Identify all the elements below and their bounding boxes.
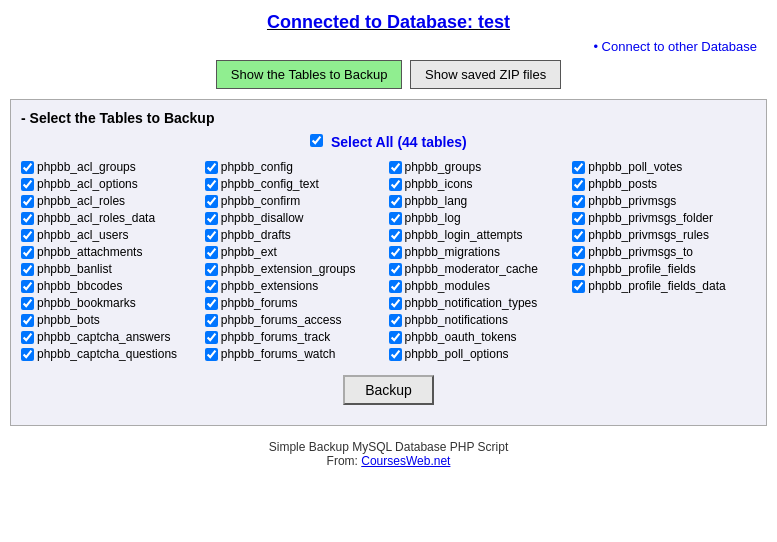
- table-item: phpbb_extensions: [205, 279, 389, 293]
- table-checkbox[interactable]: [389, 195, 402, 208]
- table-item: phpbb_profile_fields_data: [572, 279, 756, 293]
- table-checkbox[interactable]: [205, 348, 218, 361]
- table-label: phpbb_drafts: [221, 228, 291, 242]
- page-header: Connected to Database: test: [0, 0, 777, 39]
- table-checkbox[interactable]: [205, 161, 218, 174]
- table-item: phpbb_bbcodes: [21, 279, 205, 293]
- table-item: phpbb_moderator_cache: [389, 262, 573, 276]
- table-checkbox[interactable]: [205, 263, 218, 276]
- table-item: [572, 347, 756, 361]
- table-checkbox[interactable]: [389, 331, 402, 344]
- select-all-link[interactable]: Select All (44 tables): [331, 134, 467, 150]
- table-checkbox[interactable]: [21, 331, 34, 344]
- backup-button[interactable]: Backup: [343, 375, 434, 405]
- table-item: phpbb_poll_votes: [572, 160, 756, 174]
- tables-section: - Select the Tables to Backup Select All…: [10, 99, 767, 426]
- table-item: phpbb_posts: [572, 177, 756, 191]
- table-label: phpbb_profile_fields_data: [588, 279, 725, 293]
- table-checkbox[interactable]: [205, 314, 218, 327]
- table-checkbox[interactable]: [572, 246, 585, 259]
- table-item: phpbb_captcha_questions: [21, 347, 205, 361]
- footer: Simple Backup MySQL Database PHP Script …: [0, 440, 777, 468]
- table-checkbox[interactable]: [389, 246, 402, 259]
- table-item: phpbb_forums: [205, 296, 389, 310]
- table-item: phpbb_bots: [21, 313, 205, 327]
- table-label: phpbb_privmsgs_rules: [588, 228, 709, 242]
- select-all-checkbox[interactable]: [310, 134, 323, 147]
- table-item: [572, 296, 756, 310]
- table-label: phpbb_migrations: [405, 245, 500, 259]
- tables-grid: phpbb_acl_groupsphpbb_configphpbb_groups…: [21, 160, 756, 361]
- table-checkbox[interactable]: [205, 212, 218, 225]
- table-item: phpbb_acl_roles: [21, 194, 205, 208]
- table-checkbox[interactable]: [205, 246, 218, 259]
- backup-row: Backup: [21, 375, 756, 405]
- table-checkbox[interactable]: [389, 348, 402, 361]
- table-label: phpbb_extensions: [221, 279, 318, 293]
- table-checkbox[interactable]: [572, 161, 585, 174]
- table-label: phpbb_bots: [37, 313, 100, 327]
- table-checkbox[interactable]: [205, 297, 218, 310]
- table-checkbox[interactable]: [572, 178, 585, 191]
- table-checkbox[interactable]: [21, 195, 34, 208]
- table-checkbox[interactable]: [389, 212, 402, 225]
- table-item: phpbb_poll_options: [389, 347, 573, 361]
- table-checkbox[interactable]: [572, 263, 585, 276]
- table-checkbox[interactable]: [389, 161, 402, 174]
- table-label: phpbb_captcha_questions: [37, 347, 177, 361]
- table-checkbox[interactable]: [572, 229, 585, 242]
- table-item: phpbb_privmsgs: [572, 194, 756, 208]
- table-item: phpbb_confirm: [205, 194, 389, 208]
- table-item: phpbb_groups: [389, 160, 573, 174]
- show-tables-button[interactable]: Show the Tables to Backup: [216, 60, 403, 89]
- table-checkbox[interactable]: [205, 331, 218, 344]
- table-checkbox[interactable]: [21, 280, 34, 293]
- table-checkbox[interactable]: [21, 212, 34, 225]
- table-label: phpbb_confirm: [221, 194, 300, 208]
- table-item: phpbb_config: [205, 160, 389, 174]
- table-checkbox[interactable]: [572, 212, 585, 225]
- table-checkbox[interactable]: [389, 229, 402, 242]
- table-checkbox[interactable]: [21, 178, 34, 191]
- table-checkbox[interactable]: [205, 178, 218, 191]
- table-label: phpbb_captcha_answers: [37, 330, 170, 344]
- table-label: phpbb_privmsgs_folder: [588, 211, 713, 225]
- table-checkbox[interactable]: [21, 314, 34, 327]
- table-checkbox[interactable]: [205, 195, 218, 208]
- table-checkbox[interactable]: [21, 246, 34, 259]
- action-buttons: Show the Tables to Backup Show saved ZIP…: [0, 60, 777, 89]
- table-checkbox[interactable]: [21, 161, 34, 174]
- table-checkbox[interactable]: [205, 280, 218, 293]
- table-checkbox[interactable]: [21, 263, 34, 276]
- table-checkbox[interactable]: [389, 297, 402, 310]
- table-item: phpbb_acl_groups: [21, 160, 205, 174]
- table-item: phpbb_forums_watch: [205, 347, 389, 361]
- table-item: phpbb_acl_roles_data: [21, 211, 205, 225]
- table-item: phpbb_bookmarks: [21, 296, 205, 310]
- table-checkbox[interactable]: [21, 297, 34, 310]
- table-checkbox[interactable]: [572, 195, 585, 208]
- table-label: phpbb_lang: [405, 194, 468, 208]
- table-checkbox[interactable]: [389, 263, 402, 276]
- table-label: phpbb_posts: [588, 177, 657, 191]
- table-item: phpbb_notification_types: [389, 296, 573, 310]
- table-checkbox[interactable]: [389, 178, 402, 191]
- table-checkbox[interactable]: [389, 314, 402, 327]
- table-label: phpbb_extension_groups: [221, 262, 356, 276]
- table-label: phpbb_acl_options: [37, 177, 138, 191]
- connect-other-db-link[interactable]: • Connect to other Database: [593, 39, 757, 54]
- table-label: phpbb_forums: [221, 296, 298, 310]
- table-checkbox[interactable]: [572, 280, 585, 293]
- table-label: phpbb_attachments: [37, 245, 142, 259]
- table-item: phpbb_privmsgs_rules: [572, 228, 756, 242]
- table-checkbox[interactable]: [21, 229, 34, 242]
- table-label: phpbb_privmsgs_to: [588, 245, 693, 259]
- show-zip-button[interactable]: Show saved ZIP files: [410, 60, 561, 89]
- table-label: phpbb_banlist: [37, 262, 112, 276]
- table-checkbox[interactable]: [21, 348, 34, 361]
- footer-link[interactable]: CoursesWeb.net: [361, 454, 450, 468]
- table-item: phpbb_acl_users: [21, 228, 205, 242]
- table-label: phpbb_acl_users: [37, 228, 128, 242]
- table-checkbox[interactable]: [205, 229, 218, 242]
- table-checkbox[interactable]: [389, 280, 402, 293]
